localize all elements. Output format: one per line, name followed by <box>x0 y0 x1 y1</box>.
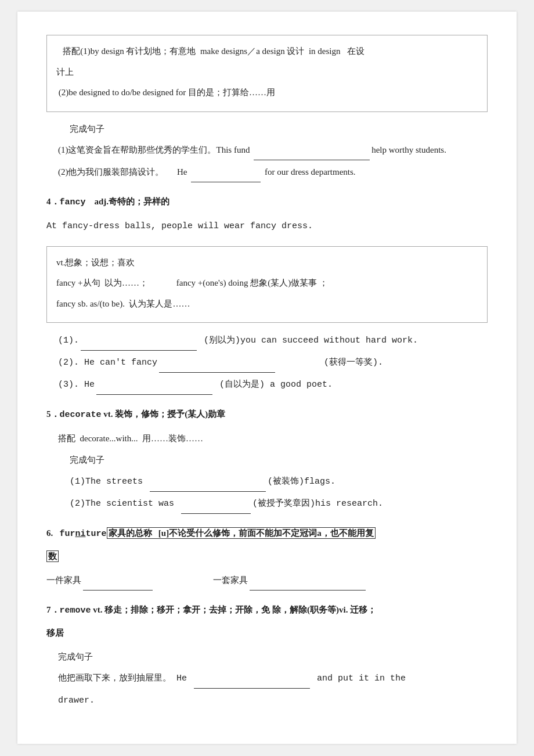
decorate-complete-label: 完成句子 <box>46 451 488 470</box>
remove-q1-line2: drawer. <box>46 691 488 710</box>
fancy-q3-blank <box>96 375 212 395</box>
fancy-usage1: fancy +从句 以为……； fancy +(one's) doing 想象(… <box>56 274 478 293</box>
q2-design: (2)他为我们服装部搞设计。 He for our dress departme… <box>46 163 488 182</box>
remove-section: 7．remove vt. 移走；排除；移开；拿开；去掉；开除，免 除，解除(职务… <box>46 601 488 710</box>
furniture-title: 6. furniture家具的总称 [u]不论受什么修饰，前面不能加不定冠词a，… <box>46 524 488 543</box>
fancy-vt-box: vt.想象；设想；喜欢 fancy +从句 以为……； fancy +(one'… <box>46 246 488 323</box>
furniture-note: 家具的总称 [u]不论受什么修饰，前面不能加不定冠词a，也不能用复 <box>107 527 376 539</box>
remove-meaning2: 移居 <box>46 624 488 643</box>
furniture-blanks: 一件家具 一套家具 <box>46 571 488 591</box>
q1-blank <box>254 141 370 160</box>
fancy-pos-meaning: adj.奇特的；异样的 <box>95 197 170 206</box>
remove-title: 7．remove vt. 移走；排除；移开；拿开；去掉；开除，免 除，解除(职务… <box>46 601 488 620</box>
fancy-section: 4．fancy adj.奇特的；异样的 At fancy-dress balls… <box>46 193 488 236</box>
remove-q1-blank <box>194 669 310 689</box>
fancy-example: At fancy-dress balls, people will wear f… <box>46 217 488 236</box>
furniture-word: furniture <box>60 529 107 539</box>
q1-design: (1)这笔资金旨在帮助那些优秀的学生们。This fund help worth… <box>46 141 488 160</box>
fancy-vt-label: vt.想象；设想；喜欢 <box>56 254 478 272</box>
fancy-q2: (2). He can't fancy (获得一等奖). <box>46 353 488 373</box>
complete-label: 完成句子 <box>46 120 488 139</box>
page: 搭配(1)by design 有计划地；有意地 make designs／a d… <box>17 12 517 744</box>
complete-sentences-design: 完成句子 (1)这笔资金旨在帮助那些优秀的学生们。This fund help … <box>46 120 488 183</box>
remove-word: remove <box>60 606 91 615</box>
furniture-section: 6. furniture家具的总称 [u]不论受什么修饰，前面不能加不定冠词a，… <box>46 524 488 591</box>
fancy-word: fancy <box>60 197 86 207</box>
decorate-title: 5．decorate vt. 装饰，修饰；授予(某人)勋章 <box>46 405 488 424</box>
fancy-q2-blank <box>159 353 275 373</box>
decorate-q1-blank <box>150 472 266 492</box>
decorate-q1: (1)The streets (被装饰)flags. <box>46 472 488 492</box>
furniture-set-label: 一套家具 <box>189 571 367 591</box>
decorate-word: decorate <box>60 410 102 420</box>
box-line1-cont: 计上 <box>56 63 478 82</box>
decorate-q2: (2)The scientist was (被授予奖章因)his researc… <box>46 494 488 514</box>
box-line2: (2)be designed to do/be designed for 目的是… <box>56 84 478 102</box>
furniture-one-label: 一件家具 <box>46 571 154 591</box>
furniture-note2: 数 <box>46 548 488 566</box>
fancy-usage2: fancy sb. as/(to be). 认为某人是…… <box>56 295 478 314</box>
fancy-title: 4．fancy adj.奇特的；异样的 <box>46 193 488 212</box>
decorate-q2-blank <box>181 494 251 514</box>
fancy-q1: (1). (别以为)you can succeed without hard w… <box>46 331 488 351</box>
decorate-section: 5．decorate vt. 装饰，修饰；授予(某人)勋章 搭配 decorat… <box>46 405 488 514</box>
decorate-usage: 搭配 decorate...with... 用……装饰…… <box>46 429 488 448</box>
remove-complete-label: 完成句子 <box>46 647 488 667</box>
remove-q1-line1: 他把画取下来，放到抽屉里。 He and put it in the <box>46 669 488 689</box>
q2-blank <box>191 163 261 182</box>
furniture-one-blank <box>83 571 153 591</box>
furniture-set-blank <box>250 571 366 591</box>
design-collocations-box: 搭配(1)by design 有计划地；有意地 make designs／a d… <box>46 35 488 112</box>
fancy-q3: (3). He (自以为是) a good poet. <box>46 375 488 395</box>
fancy-q1-blank <box>81 331 197 351</box>
box-line1: 搭配(1)by design 有计划地；有意地 make designs／a d… <box>56 42 478 61</box>
fancy-exercises: (1). (别以为)you can succeed without hard w… <box>46 331 488 395</box>
